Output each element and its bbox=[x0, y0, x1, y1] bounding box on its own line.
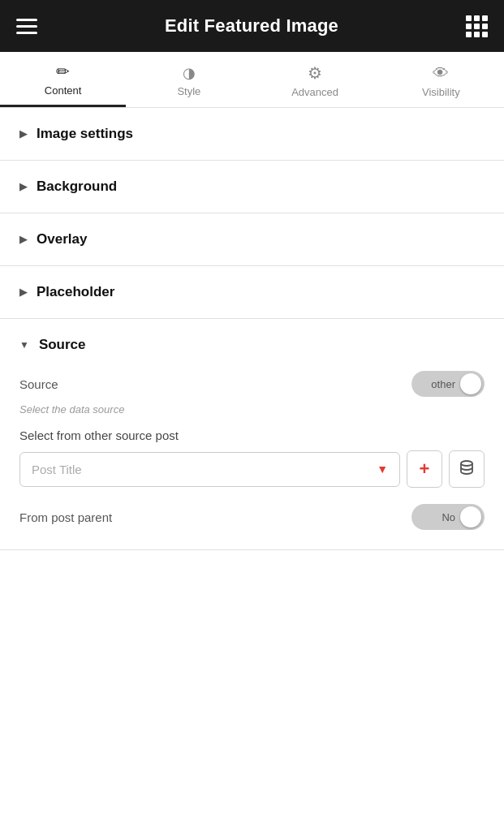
section-overlay-label: Overlay bbox=[37, 231, 87, 248]
section-background-header[interactable]: ▶ Background bbox=[0, 161, 504, 213]
chevron-right-icon: ▶ bbox=[19, 181, 27, 192]
from-post-toggle-knob bbox=[460, 506, 481, 527]
source-field-row: Source other bbox=[19, 371, 485, 397]
dropdown-placeholder-text: Post Title bbox=[32, 463, 82, 476]
circle-half-icon: ◑ bbox=[183, 66, 196, 80]
database-icon bbox=[459, 459, 475, 480]
section-background: ▶ Background bbox=[0, 161, 504, 213]
header: Edit Featured Image bbox=[0, 0, 504, 52]
tab-style[interactable]: ◑ Style bbox=[126, 52, 252, 107]
source-toggle-value: other bbox=[424, 378, 460, 390]
chevron-right-icon: ▶ bbox=[19, 128, 27, 140]
post-title-dropdown[interactable]: Post Title ▼ bbox=[19, 452, 400, 487]
tab-visibility[interactable]: 👁 Visibility bbox=[378, 52, 504, 107]
section-source-content: Source other Select the data source Sele… bbox=[0, 371, 504, 549]
database-button[interactable] bbox=[449, 450, 485, 488]
dropdown-chevron-icon: ▼ bbox=[377, 463, 388, 476]
from-post-parent-row: From post parent No bbox=[19, 504, 485, 530]
section-overlay-header[interactable]: ▶ Overlay bbox=[0, 213, 504, 265]
tabs-bar: ✏ Content ◑ Style ⚙ Advanced 👁 Visibilit… bbox=[0, 52, 504, 108]
chevron-right-icon: ▶ bbox=[19, 234, 27, 245]
svg-point-0 bbox=[461, 461, 472, 466]
from-post-label: From post parent bbox=[19, 510, 112, 524]
section-background-label: Background bbox=[37, 179, 117, 195]
section-source-label: Source bbox=[39, 337, 86, 353]
hint-text: Select the data source bbox=[19, 403, 485, 416]
gear-icon: ⚙ bbox=[308, 65, 322, 81]
page-title: Edit Featured Image bbox=[165, 15, 338, 37]
from-post-toggle-value: No bbox=[435, 511, 460, 523]
dropdown-row: Post Title ▼ + bbox=[19, 450, 485, 488]
source-toggle[interactable]: other bbox=[411, 371, 485, 397]
add-button[interactable]: + bbox=[407, 450, 442, 488]
apps-grid-icon[interactable] bbox=[466, 15, 488, 37]
section-placeholder: ▶ Placeholder bbox=[0, 266, 504, 319]
chevron-right-icon: ▶ bbox=[19, 286, 27, 298]
plus-icon: + bbox=[420, 459, 430, 480]
section-source: ▼ Source Source other Select the data so… bbox=[0, 319, 504, 550]
tab-advanced[interactable]: ⚙ Advanced bbox=[252, 52, 378, 107]
pencil-icon: ✏ bbox=[56, 63, 70, 80]
section-image-settings-header[interactable]: ▶ Image settings bbox=[0, 108, 504, 160]
section-placeholder-header[interactable]: ▶ Placeholder bbox=[0, 266, 504, 318]
toggle-knob bbox=[460, 373, 481, 394]
hamburger-menu-icon[interactable] bbox=[16, 19, 37, 34]
eye-icon: 👁 bbox=[433, 65, 449, 81]
from-post-toggle[interactable]: No bbox=[411, 504, 485, 530]
select-source-label: Select from other source post bbox=[19, 428, 485, 442]
chevron-down-icon: ▼ bbox=[19, 339, 29, 351]
section-overlay: ▶ Overlay bbox=[0, 213, 504, 266]
section-placeholder-label: Placeholder bbox=[37, 284, 114, 300]
source-field-label: Source bbox=[19, 377, 58, 391]
section-source-header[interactable]: ▼ Source bbox=[0, 319, 504, 371]
section-image-settings: ▶ Image settings bbox=[0, 108, 504, 161]
tab-content[interactable]: ✏ Content bbox=[0, 52, 126, 107]
section-image-settings-label: Image settings bbox=[37, 126, 133, 142]
